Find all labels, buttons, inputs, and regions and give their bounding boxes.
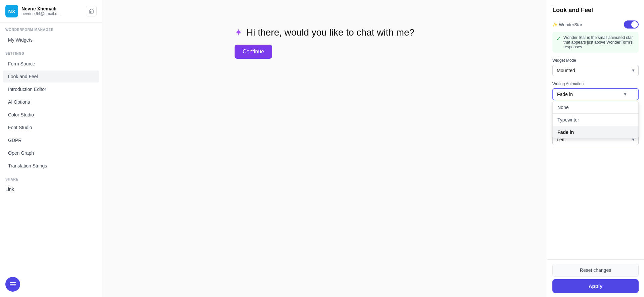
user-info: Nevrie Xhemaili nevriee.94@gmail.c... — [21, 6, 83, 16]
sidebar-bottom — [5, 277, 20, 292]
writing-animation-option-typewriter[interactable]: Typewriter — [553, 114, 638, 126]
reset-changes-button[interactable]: Reset changes — [552, 264, 639, 277]
widget-mode-label: Widget Mode — [552, 58, 639, 63]
main-content: ✦ Hi there, would you like to chat with … — [102, 0, 547, 297]
apply-button[interactable]: Apply — [552, 279, 639, 293]
sidebar-item-translation-strings[interactable]: Translation Strings — [3, 160, 99, 172]
user-email: nevriee.94@gmail.c... — [21, 11, 83, 16]
sidebar-item-open-graph[interactable]: Open Graph — [3, 147, 99, 159]
share-section-label: SHARE — [0, 172, 102, 183]
sidebar-item-font-studio[interactable]: Font Studio — [3, 121, 99, 134]
sidebar-item-introduction-editor[interactable]: Introduction Editor — [3, 83, 99, 95]
writing-animation-value: Fade in — [557, 92, 573, 97]
toggle-knob — [631, 21, 638, 28]
chevron-down-icon: ▼ — [623, 92, 627, 97]
sidebar-item-my-widgets[interactable]: My Widgets — [3, 34, 99, 46]
hamburger-button[interactable] — [5, 277, 20, 292]
check-icon: ✓ — [556, 36, 561, 42]
chat-message: ✦ Hi there, would you like to chat with … — [235, 27, 414, 38]
chat-message-text: Hi there, would you like to chat with me… — [246, 27, 414, 38]
sidebar-item-color-studio[interactable]: Color Studio — [3, 109, 99, 121]
wonder-star-desc-text: Wonder Star is the small animated star t… — [563, 35, 635, 49]
writing-animation-dropdown: Fade in ▼ None Typewriter Fade in — [552, 88, 639, 100]
writing-animation-option-fade-in[interactable]: Fade in — [553, 126, 638, 138]
writing-animation-label: Writing Animation — [552, 82, 639, 86]
writing-animation-menu: None Typewriter Fade in — [552, 101, 639, 139]
hamburger-line-3 — [10, 286, 16, 286]
widget-mode-field: Mounted Floating Embedded ▼ — [552, 65, 639, 76]
sidebar-item-form-source[interactable]: Form Source — [3, 58, 99, 70]
wonder-star-label: ✨ WonderStar — [552, 22, 582, 27]
hamburger-line-1 — [10, 282, 16, 283]
writing-animation-option-none[interactable]: None — [553, 101, 638, 113]
writing-animation-trigger[interactable]: Fade in ▼ — [552, 88, 639, 100]
panel-inner: Look and Feel ✨ WonderStar ✓ Wonder Star… — [547, 0, 644, 259]
right-panel: Look and Feel ✨ WonderStar ✓ Wonder Star… — [547, 0, 644, 297]
continue-button[interactable]: Continue — [235, 45, 272, 59]
sidebar-item-ai-options[interactable]: AI Options — [3, 96, 99, 108]
writing-animation-wrapper: Fade in ▼ None Typewriter Fade in — [552, 88, 639, 100]
sidebar: NX Nevrie Xhemaili nevriee.94@gmail.c...… — [0, 0, 102, 297]
sidebar-header: NX Nevrie Xhemaili nevriee.94@gmail.c... — [0, 0, 102, 22]
red-arrow-icon — [547, 91, 549, 98]
sidebar-item-look-and-feel[interactable]: Look and Feel — [3, 70, 99, 83]
panel-title: Look and Feel — [552, 7, 639, 14]
wonder-star-toggle[interactable] — [624, 20, 639, 29]
chat-preview: ✦ Hi there, would you like to chat with … — [235, 27, 414, 59]
wonder-star-description: ✓ Wonder Star is the small animated star… — [552, 32, 639, 53]
manager-section-label: WONDERFORM MANAGER — [0, 22, 102, 34]
wonder-star-row: ✨ WonderStar — [552, 20, 639, 29]
hamburger-line-2 — [10, 284, 16, 285]
sidebar-item-gdpr[interactable]: GDPR — [3, 134, 99, 146]
widget-mode-select[interactable]: Mounted Floating Embedded — [552, 65, 639, 76]
sparkle-icon: ✦ — [235, 27, 242, 38]
settings-section-label: SETTINGS — [0, 46, 102, 57]
avatar: NX — [5, 5, 18, 17]
sidebar-item-link[interactable]: Link — [0, 183, 102, 195]
user-name: Nevrie Xhemaili — [21, 6, 83, 11]
panel-footer: Reset changes Apply — [547, 259, 644, 297]
home-button[interactable] — [86, 6, 97, 16]
red-arrow-container — [547, 91, 549, 98]
